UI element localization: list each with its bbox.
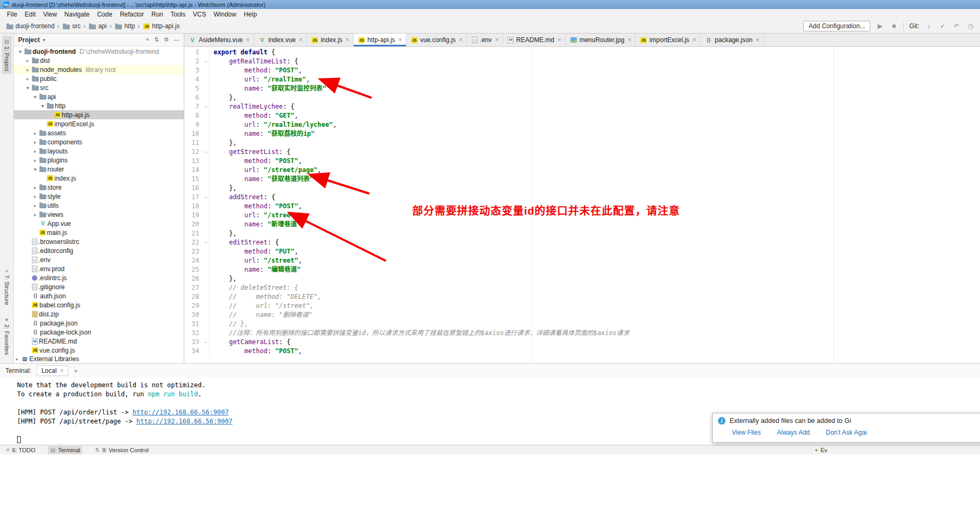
fold-marker-icon[interactable]: − xyxy=(202,102,209,111)
notification-action-always-add[interactable]: Always Add xyxy=(777,429,810,436)
breadcrumb-item-src[interactable]: src xyxy=(62,22,80,30)
chevron-down-icon[interactable]: ▾ xyxy=(17,49,23,54)
hide-panel-icon[interactable]: — xyxy=(174,36,179,43)
tab-asidemenu-vue[interactable]: VAsideMenu.vue× xyxy=(184,34,254,46)
menu-run[interactable]: Run xyxy=(148,10,167,19)
tree-item-package-json[interactable]: {}package.json xyxy=(14,319,184,328)
git-commit-button-icon[interactable]: ✓ xyxy=(938,22,947,30)
close-icon[interactable]: × xyxy=(558,36,561,44)
collapse-all-icon[interactable]: ⇅ xyxy=(154,36,159,43)
tree-item-dist[interactable]: ▸dist xyxy=(14,56,184,65)
chevron-down-icon[interactable]: ▾ xyxy=(43,37,46,43)
project-panel-title[interactable]: Project xyxy=(18,36,40,44)
fold-marker-icon[interactable]: − xyxy=(202,57,209,66)
close-icon[interactable]: × xyxy=(495,36,499,44)
tree-item-http-api-js[interactable]: JShttp-api.js xyxy=(14,110,184,119)
fold-marker-icon[interactable]: − xyxy=(202,148,209,157)
fold-marker-icon[interactable]: − xyxy=(202,338,209,347)
tree-item-index-js[interactable]: JSindex.js xyxy=(14,174,184,183)
tab-http-api-js[interactable]: JShttp-api.js× xyxy=(354,34,406,46)
fold-marker-icon[interactable]: − xyxy=(202,193,209,202)
tree-item-env-prod[interactable]: .env.prod xyxy=(14,264,184,273)
menu-file[interactable]: File xyxy=(3,10,21,19)
menu-code[interactable]: Code xyxy=(93,10,116,19)
tree-item-editorconfig[interactable]: .editorconfig xyxy=(14,246,184,255)
toolwindow-button-1-project[interactable]: ▤1: Project xyxy=(2,36,12,74)
tree-item-style[interactable]: ▸style xyxy=(14,192,184,201)
tree-item-gitignore[interactable]: .gitignore xyxy=(14,282,184,291)
tree-item-router[interactable]: ▾router xyxy=(14,165,184,174)
tab-index-js[interactable]: JSindex.js× xyxy=(307,34,354,46)
close-icon[interactable]: × xyxy=(346,36,349,44)
code-editor[interactable]: 1export default {2− getRealTimeList: {3 … xyxy=(184,47,980,363)
chevron-down-icon[interactable]: ▾ xyxy=(32,167,38,172)
chevron-right-icon[interactable]: ▸ xyxy=(32,185,38,190)
chevron-down-icon[interactable]: ▾ xyxy=(32,94,38,100)
fold-marker-icon[interactable]: − xyxy=(202,238,209,247)
chevron-right-icon[interactable]: ▸ xyxy=(14,356,20,362)
close-icon[interactable]: × xyxy=(60,367,63,374)
vcs-notification-popup[interactable]: i Externally added files can be added to… xyxy=(712,413,980,443)
tab-readme-md[interactable]: MREADME.md× xyxy=(503,34,565,46)
tree-item-public[interactable]: ▸public xyxy=(14,74,184,83)
breadcrumb-item-http[interactable]: http xyxy=(114,22,135,30)
menu-edit[interactable]: Edit xyxy=(21,10,39,19)
tab-env[interactable]: .env× xyxy=(467,34,503,46)
tree-item-main-js[interactable]: JSmain.js xyxy=(14,228,184,237)
tree-item-layouts[interactable]: ▸layouts xyxy=(14,146,184,156)
tree-item-plugins[interactable]: ▸plugins xyxy=(14,156,184,165)
event-log-item[interactable]: ● Ev xyxy=(815,447,827,453)
notification-action-view-files[interactable]: View Files xyxy=(732,429,761,436)
tree-item-assets[interactable]: ▸assets xyxy=(14,128,184,137)
close-icon[interactable]: × xyxy=(299,36,303,44)
chevron-right-icon[interactable]: ▸ xyxy=(32,140,38,145)
menu-tools[interactable]: Tools xyxy=(167,10,189,19)
close-icon[interactable]: × xyxy=(756,36,760,44)
tree-item-auth-json[interactable]: {}auth.json xyxy=(14,291,184,300)
tree-item-app-vue[interactable]: VApp.vue xyxy=(14,219,184,228)
tree-item-node-modules[interactable]: ▸node_moduleslibrary root xyxy=(14,65,184,74)
terminal-link[interactable]: http://192.168.66.56:9007 xyxy=(136,418,233,425)
title-bar[interactable]: WS duoji-frontend [D:\zheheWeb\duoji-fro… xyxy=(0,0,980,9)
menu-vcs[interactable]: VCS xyxy=(189,10,210,19)
tree-item-duoji-frontend[interactable]: ▾duoji-frontendD:\zheheWeb\duoji-fronten… xyxy=(14,47,184,56)
external-libraries-row[interactable]: ▸ ▤ External Libraries xyxy=(14,354,184,363)
tree-item-babel-config-js[interactable]: JSbabel.config.js xyxy=(14,300,184,309)
tree-item-env[interactable]: .env xyxy=(14,255,184,264)
gear-icon[interactable]: ⚙ xyxy=(164,36,169,43)
tree-item-vue-config-js[interactable]: JSvue.config.js xyxy=(14,346,184,354)
statusbar-item-9-version-control[interactable]: ⇅9: Version Control xyxy=(93,446,151,454)
new-terminal-session-button[interactable]: + xyxy=(74,367,78,375)
chevron-right-icon[interactable]: ▸ xyxy=(32,212,38,217)
breadcrumb-item-duoji-frontend[interactable]: duoji-frontend xyxy=(5,22,54,30)
terminal-link[interactable]: http://192.168.66.56:9007 xyxy=(133,409,229,416)
chevron-right-icon[interactable]: ▸ xyxy=(24,58,31,63)
close-icon[interactable]: × xyxy=(459,36,463,44)
tab-menurouter-jpg[interactable]: menuRouter.jpg× xyxy=(566,34,636,46)
menu-window[interactable]: Window xyxy=(210,10,240,19)
tree-item-eslintrc-js[interactable]: .eslintrc.js xyxy=(14,273,184,282)
locate-icon[interactable]: ⌖ xyxy=(146,36,149,43)
statusbar-item-terminal[interactable]: ▤Terminal xyxy=(48,446,82,454)
tab-vue-config-js[interactable]: JSvue.config.js× xyxy=(406,34,467,46)
toolwindow-button-2-favorites[interactable]: ★2: Favorites xyxy=(2,314,12,358)
chevron-right-icon[interactable]: ▸ xyxy=(32,131,38,136)
tree-item-src[interactable]: ▾src xyxy=(14,83,184,92)
tab-importexcel-js[interactable]: JSimportExcel.js× xyxy=(635,34,700,46)
tab-index-vue[interactable]: Vindex.vue× xyxy=(254,34,307,46)
chevron-right-icon[interactable]: ▸ xyxy=(32,194,38,199)
toolwindow-button-7-structure[interactable]: ≡7: Structure xyxy=(2,266,12,308)
statusbar-item-6-todo[interactable]: ≡6: TODO xyxy=(4,446,37,454)
git-revert-button-icon[interactable]: ↶ xyxy=(952,22,961,30)
chevron-down-icon[interactable]: ▾ xyxy=(24,85,31,91)
menu-refactor[interactable]: Refactor xyxy=(116,10,148,19)
close-icon[interactable]: × xyxy=(246,36,250,44)
tree-item-readme-md[interactable]: MREADME.md xyxy=(14,337,184,346)
stop-button-icon[interactable]: ■ xyxy=(889,22,898,30)
run-button-icon[interactable]: ▶ xyxy=(876,22,884,30)
tree-item-api[interactable]: ▾api xyxy=(14,92,184,101)
close-icon[interactable]: × xyxy=(627,36,631,44)
chevron-right-icon[interactable]: ▸ xyxy=(32,203,38,208)
terminal-tab-local[interactable]: Local × xyxy=(37,365,69,376)
chevron-right-icon[interactable]: ▸ xyxy=(24,67,31,72)
